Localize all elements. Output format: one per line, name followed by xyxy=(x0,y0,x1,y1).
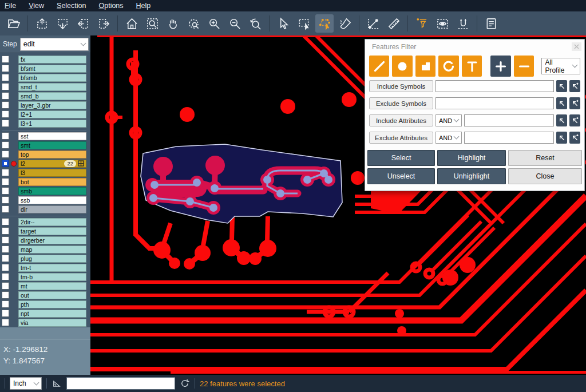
refresh-icon[interactable] xyxy=(180,378,190,389)
layer-row-ssb[interactable]: ssb xyxy=(2,196,86,204)
layer-row-2dir--[interactable]: 2dir-- xyxy=(2,217,86,226)
layer-color-bar[interactable]: smt xyxy=(18,141,86,149)
layer-row-smd_t[interactable]: smd_t xyxy=(2,82,86,91)
layer-color-bar[interactable]: plug xyxy=(18,255,86,263)
exclude-symbols-input[interactable] xyxy=(435,97,554,109)
home-icon[interactable] xyxy=(122,14,141,33)
layer-row-bfsmt[interactable]: bfsmt xyxy=(2,64,86,73)
layer-row-out[interactable]: out xyxy=(2,291,86,299)
layer-color-bar[interactable]: pth xyxy=(18,300,86,308)
layer-checkbox[interactable] xyxy=(2,56,9,63)
include-attributes-button[interactable]: Include Attributes xyxy=(369,114,433,126)
menu-item-options[interactable]: Options xyxy=(98,2,123,10)
layer-color-bar[interactable]: bot xyxy=(18,178,86,186)
filter-type-arc-button[interactable] xyxy=(438,56,458,77)
include-symbols-button[interactable]: Include Symbols xyxy=(369,80,433,92)
exclude-symbols-pick-add-button[interactable] xyxy=(569,97,580,109)
include-attributes-pick-button[interactable] xyxy=(556,114,567,126)
layer-row-target[interactable]: target xyxy=(2,227,86,235)
filter-mode-remove-button[interactable] xyxy=(514,56,534,77)
layer-color-bar[interactable]: top xyxy=(18,151,86,159)
layer-checkbox[interactable] xyxy=(2,310,9,317)
layer-color-bar[interactable]: target xyxy=(18,227,86,235)
exclude-attributes-button[interactable]: Exclude Attributes xyxy=(369,132,433,144)
zoom-previous-icon[interactable] xyxy=(246,14,264,33)
pan-left-icon[interactable] xyxy=(74,14,92,33)
filter-type-circle-button[interactable] xyxy=(392,56,412,77)
layer-row-mt[interactable]: mt xyxy=(2,282,86,290)
layer-color-bar[interactable]: layer_3.gbr xyxy=(18,101,86,109)
layer-checkbox[interactable] xyxy=(2,291,9,299)
menu-item-file[interactable]: File xyxy=(5,2,16,10)
pan-right-icon[interactable] xyxy=(94,14,113,33)
layer-row-plug[interactable]: plug xyxy=(2,254,86,263)
layer-color-bar[interactable]: dir xyxy=(18,205,86,213)
layer-checkbox[interactable] xyxy=(2,92,9,100)
angle-ruler-icon[interactable] xyxy=(52,378,62,389)
layer-color-bar[interactable]: bfsmb xyxy=(18,74,86,82)
layer-color-bar[interactable]: dirgerber xyxy=(18,236,86,244)
layer-checkbox[interactable] xyxy=(2,178,9,185)
pan-down-icon[interactable] xyxy=(53,14,72,33)
zoom-out-icon[interactable] xyxy=(225,14,244,33)
report-icon[interactable] xyxy=(482,14,500,33)
menu-item-view[interactable]: View xyxy=(29,2,44,10)
layer-color-bar[interactable]: tm-t xyxy=(18,264,86,272)
view-area-icon[interactable] xyxy=(433,14,452,33)
measure-ruler-icon[interactable] xyxy=(385,14,403,33)
include-attributes-input[interactable] xyxy=(464,114,554,126)
layer-checkbox[interactable] xyxy=(2,264,9,271)
include-symbols-input[interactable] xyxy=(435,80,554,92)
layer-checkbox[interactable] xyxy=(2,227,9,235)
layer-checkbox[interactable] xyxy=(2,120,9,127)
layer-row-layer_3.gbr[interactable]: layer_3.gbr xyxy=(2,101,86,109)
layer-checkbox[interactable] xyxy=(2,255,9,262)
layer-row-smd_b[interactable]: smd_b xyxy=(2,92,86,100)
layer-color-bar[interactable]: mt xyxy=(18,282,86,290)
exclude-attributes-logic-dropdown[interactable]: AND xyxy=(435,132,462,144)
layer-checkbox[interactable] xyxy=(2,300,9,308)
unselect-button[interactable]: Unselect xyxy=(367,168,435,184)
layer-color-bar[interactable]: l3 xyxy=(18,169,86,177)
layer-checkbox[interactable] xyxy=(2,141,9,149)
measure-line-icon[interactable] xyxy=(364,14,382,33)
filter-type-surface-button[interactable] xyxy=(415,56,435,77)
layer-checkbox[interactable] xyxy=(2,187,9,195)
layer-checkbox[interactable] xyxy=(2,160,9,167)
layer-row-l3+1[interactable]: l3+1 xyxy=(2,119,86,128)
pan-up-icon[interactable] xyxy=(33,14,51,33)
layer-row-l2+1[interactable]: l2+1 xyxy=(2,110,86,118)
include-symbols-pick-add-button[interactable] xyxy=(569,80,580,92)
select-cursor-icon[interactable] xyxy=(274,14,292,33)
layer-checkbox[interactable] xyxy=(2,74,9,81)
layer-color-bar[interactable]: out xyxy=(18,291,86,299)
layer-color-bar[interactable]: bfsmt xyxy=(18,65,86,73)
features-filter-icon[interactable] xyxy=(413,14,431,33)
layer-row-smt[interactable]: smt xyxy=(2,141,86,149)
layer-row-pth[interactable]: pth xyxy=(2,300,86,308)
layer-color-bar[interactable]: map xyxy=(18,246,86,254)
layer-checkbox[interactable] xyxy=(2,273,9,280)
menu-item-help[interactable]: Help xyxy=(136,2,151,10)
layer-row-dirgerber[interactable]: dirgerber xyxy=(2,236,86,244)
layer-row-map[interactable]: map xyxy=(2,245,86,254)
layer-color-bar[interactable]: l3+1 xyxy=(18,120,86,128)
exclude-attributes-input[interactable] xyxy=(464,132,554,144)
dialog-close-button[interactable] xyxy=(572,42,581,51)
layer-row-bfsmb[interactable]: bfsmb xyxy=(2,73,86,82)
filter-type-line-button[interactable] xyxy=(369,56,389,77)
layer-color-bar[interactable]: l2+1 xyxy=(18,110,86,118)
snap-icon[interactable] xyxy=(454,14,472,33)
layer-row-l2[interactable]: l222 xyxy=(2,159,86,168)
layer-color-bar[interactable]: sst xyxy=(18,132,86,140)
layer-checkbox[interactable] xyxy=(2,101,9,109)
highlight-button[interactable]: Highlight xyxy=(437,150,506,166)
pan-hand-icon[interactable] xyxy=(164,14,182,33)
layer-checkbox[interactable] xyxy=(2,319,9,326)
command-input[interactable] xyxy=(66,377,175,390)
layer-row-bot[interactable]: bot xyxy=(2,177,86,186)
layer-checkbox[interactable] xyxy=(2,218,9,225)
exclude-symbols-button[interactable]: Exclude Symbols xyxy=(369,97,433,109)
units-dropdown[interactable]: Inch xyxy=(10,377,42,390)
layer-row-tm-b[interactable]: tm-b xyxy=(2,272,86,281)
